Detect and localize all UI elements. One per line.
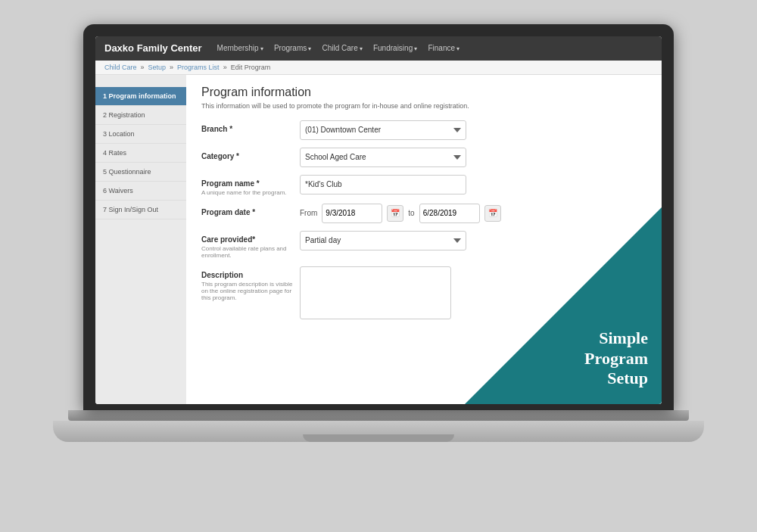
sidebar-item-program-info[interactable]: 1 Program information xyxy=(95,87,186,106)
form-panel: Simple Program Setup Program information… xyxy=(186,75,662,404)
care-provided-label: Care provided* Control available rate pl… xyxy=(201,231,300,259)
program-name-label: Program name * A unique name for the pro… xyxy=(201,175,300,196)
screen: Daxko Family Center Membership Programs … xyxy=(95,36,662,404)
screen-bezel: Daxko Family Center Membership Programs … xyxy=(83,24,674,410)
nav-finance[interactable]: Finance xyxy=(428,44,459,52)
laptop-container: Daxko Family Center Membership Programs … xyxy=(53,24,704,509)
branch-row: Branch * (01) Downtown Center xyxy=(201,120,646,140)
laptop-hinge xyxy=(68,410,689,421)
nav-items: Membership Programs Child Care Fundraisi… xyxy=(217,44,460,52)
nav-childcare[interactable]: Child Care xyxy=(322,44,362,52)
category-row: Category * School Aged Care xyxy=(201,148,646,167)
program-date-label: Program date * xyxy=(201,204,300,216)
date-from-input[interactable] xyxy=(322,204,382,223)
date-from-calendar-icon[interactable]: 📅 xyxy=(387,205,403,222)
branch-select[interactable]: (01) Downtown Center xyxy=(300,120,466,140)
date-from-label: From xyxy=(300,209,317,217)
sidebar-item-waivers[interactable]: 6 Waivers xyxy=(95,182,186,201)
sidebar-item-registration[interactable]: 2 Registration xyxy=(95,106,186,125)
breadcrumb-programs-list[interactable]: Programs List xyxy=(177,64,220,71)
nav-bar: Daxko Family Center Membership Programs … xyxy=(95,36,662,61)
care-provided-select[interactable]: Partial day xyxy=(300,231,466,250)
breadcrumb-setup[interactable]: Setup xyxy=(148,64,167,71)
branch-label: Branch * xyxy=(201,120,300,133)
sidebar: 1 Program information 2 Registration 3 L… xyxy=(95,75,186,404)
program-name-input[interactable] xyxy=(300,175,466,194)
category-select[interactable]: School Aged Care xyxy=(300,148,466,167)
sidebar-item-rates[interactable]: 4 Rates xyxy=(95,144,186,163)
date-to-label: to xyxy=(408,209,414,217)
description-label: Description This program description is … xyxy=(201,266,300,301)
nav-membership[interactable]: Membership xyxy=(217,44,263,52)
breadcrumb: Child Care » Setup » Programs List » Edi… xyxy=(95,61,662,75)
breadcrumb-current: Edit Program xyxy=(231,64,271,71)
category-label: Category * xyxy=(201,148,300,160)
program-name-row: Program name * A unique name for the pro… xyxy=(201,175,646,196)
form-title: Program information xyxy=(201,86,646,99)
breadcrumb-childcare[interactable]: Child Care xyxy=(104,64,137,71)
promo-text: Simple Program Setup xyxy=(584,328,648,388)
nav-programs[interactable]: Programs xyxy=(274,44,312,52)
app-brand: Daxko Family Center xyxy=(104,42,202,54)
sidebar-item-location[interactable]: 3 Location xyxy=(95,125,186,144)
sidebar-item-signin[interactable]: 7 Sign In/Sign Out xyxy=(95,201,186,219)
nav-fundraising[interactable]: Fundraising xyxy=(373,44,418,52)
main-content: 1 Program information 2 Registration 3 L… xyxy=(95,75,662,404)
form-subtitle: This information will be used to promote… xyxy=(201,102,646,110)
description-textarea[interactable] xyxy=(300,266,451,319)
sidebar-item-questionnaire[interactable]: 5 Questionnaire xyxy=(95,163,186,182)
laptop-base xyxy=(53,421,704,442)
